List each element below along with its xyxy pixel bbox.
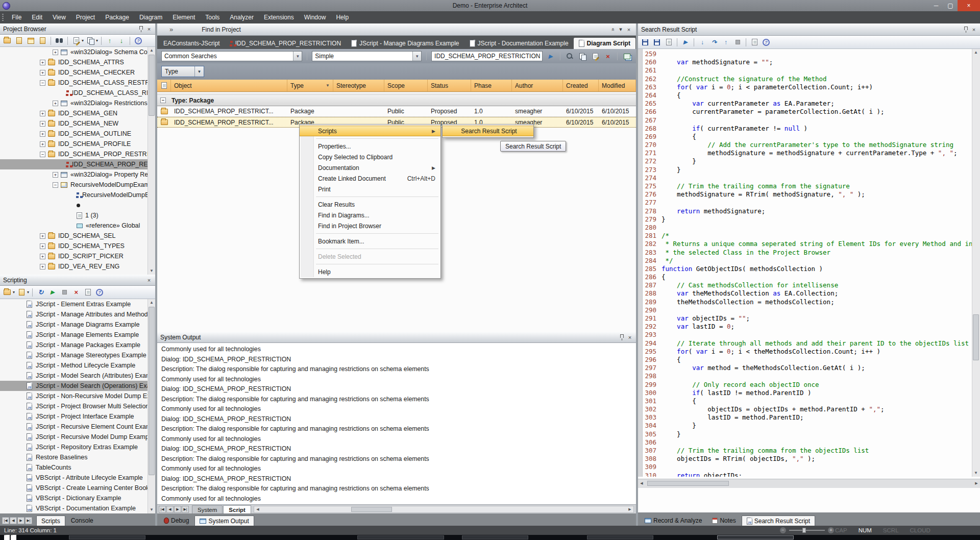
project-browser-tool-2-icon[interactable]: [26, 36, 36, 45]
taskbar-button[interactable]: [357, 535, 444, 539]
project-browser-scrollbar[interactable]: ▲ ▼: [148, 47, 155, 275]
scripting-tool-5-icon[interactable]: ↻: [36, 287, 46, 297]
editor-tool-12-icon[interactable]: ?: [761, 37, 771, 47]
menu-item-scripts[interactable]: Scripts▶: [300, 126, 440, 136]
menu-item-create-linked-document[interactable]: Create Linked DocumentCtrl+Alt+D: [300, 173, 440, 184]
script-list-item[interactable]: VBVBScript - Attribute Lifecycle Example: [0, 473, 155, 483]
column-header-stereotype[interactable]: Stereotype: [333, 80, 384, 91]
collapse-icon[interactable]: −: [53, 182, 58, 188]
project-browser-tool-1-icon[interactable]: [14, 36, 24, 45]
close-icon[interactable]: ×: [626, 334, 634, 341]
pin-icon[interactable]: [962, 26, 970, 33]
menu-edit[interactable]: Edit: [27, 11, 47, 23]
expand-icon[interactable]: +: [40, 264, 45, 269]
editor-tool-2-icon[interactable]: [664, 37, 674, 47]
chevron-down-icon[interactable]: ▼: [194, 66, 204, 77]
scripting-tool-6-icon[interactable]: ▶: [47, 287, 58, 297]
chevron-up-icon[interactable]: »: [609, 26, 616, 34]
menu-item-find-in-diagrams-[interactable]: Find in Diagrams...: [300, 210, 440, 220]
collapse-icon[interactable]: −: [40, 80, 45, 86]
expand-icon[interactable]: +: [40, 141, 45, 147]
menu-project[interactable]: Project: [71, 11, 100, 23]
tree-item[interactable]: −IDD_SCHEMA_PROP_RESTRICTION: [0, 149, 155, 159]
expand-icon[interactable]: +: [40, 233, 45, 239]
dropdown-icon[interactable]: ▾: [82, 38, 84, 43]
menu-item-clear-results[interactable]: Clear Results: [300, 199, 440, 210]
close-icon[interactable]: ×: [625, 26, 633, 33]
dropdown-icon[interactable]: ▾: [96, 38, 98, 43]
last-tab-icon[interactable]: ▶|: [182, 506, 189, 513]
system-output-hscrollbar[interactable]: ◀ ▶: [254, 506, 634, 513]
menu-item-delete-selected[interactable]: Delete Selected: [300, 251, 440, 262]
tree-item[interactable]: 1 (3): [0, 210, 155, 220]
column-header-scope[interactable]: Scope: [384, 80, 428, 91]
expand-icon[interactable]: +: [40, 121, 45, 127]
menu-item-documentation[interactable]: Documentation▶: [300, 162, 440, 173]
menu-tools[interactable]: Tools: [200, 11, 225, 23]
editor-tool-8-icon[interactable]: ↑: [721, 37, 731, 47]
dock-tab-search-result-script[interactable]: JSSearch Result Script: [742, 516, 815, 526]
script-list-item[interactable]: JSJScript - Manage Elements Example: [0, 330, 155, 340]
menu-view[interactable]: View: [47, 11, 71, 23]
script-list-item[interactable]: JSJScript - Manage Stereotypes Example: [0, 350, 155, 360]
tree-item[interactable]: +IDD_SCHEMA_TYPES: [0, 241, 155, 251]
tree-item[interactable]: RecursiveModelDumpExample: [0, 190, 155, 200]
tab-nav-icon[interactable]: ◀: [10, 517, 17, 524]
scripting-tool-9-icon[interactable]: [83, 287, 93, 297]
dock-tab-console[interactable]: Console: [66, 516, 98, 526]
scripting-tool-0-icon[interactable]: [2, 287, 12, 297]
script-list-item[interactable]: VBVBScript - Dictionary Example: [0, 493, 155, 503]
editor-tool-0-icon[interactable]: [640, 37, 650, 47]
scripting-tool-10-icon[interactable]: ?: [94, 287, 105, 297]
code-vscrollbar[interactable]: ▲ ▼: [972, 49, 980, 477]
script-list-item[interactable]: JSJScript - Manage Diagrams Example: [0, 320, 155, 330]
close-icon[interactable]: ×: [145, 277, 153, 284]
submenu-item-search-result-script[interactable]: Search Result Script: [443, 126, 533, 136]
menu-window[interactable]: Window: [299, 11, 331, 23]
editor-tool-6-icon[interactable]: ↓: [697, 37, 707, 47]
editor-tool-4-icon[interactable]: ▶: [680, 37, 691, 47]
menu-diagram[interactable]: Diagram: [134, 11, 167, 23]
column-header-phase[interactable]: Phase: [471, 80, 512, 91]
search-type-combo[interactable]: Simple▼: [312, 51, 422, 61]
project-browser-tool-0-icon[interactable]: [2, 36, 12, 45]
tree-item[interactable]: [0, 200, 155, 210]
expand-icon[interactable]: +: [53, 172, 58, 178]
tab-nav-icon[interactable]: ▶|: [25, 517, 32, 524]
project-browser-tool-15-icon[interactable]: ?: [133, 36, 143, 45]
tree-item[interactable]: +IDD_SCHEMA_SEL: [0, 231, 155, 241]
scripting-tool-7-icon[interactable]: [59, 287, 69, 297]
menu-package[interactable]: Package: [100, 11, 134, 23]
menu-item-find-in-project-browser[interactable]: Find in Project Browser: [300, 220, 440, 231]
tree-item[interactable]: «reference» Global: [0, 220, 155, 231]
scripting-tool-8-icon[interactable]: ×: [71, 287, 81, 297]
tree-item[interactable]: +IDD_SCHEMA_NEW: [0, 118, 155, 129]
project-browser-tool-7-icon[interactable]: [71, 36, 81, 45]
script-list-item[interactable]: JSJScript - Model Search (Operations) Ex…: [0, 381, 155, 391]
expand-icon[interactable]: +: [53, 101, 58, 106]
dropdown-icon[interactable]: ▾: [13, 290, 15, 294]
script-list-item[interactable]: JSJScript - Model Search (Attributes) Ex…: [0, 371, 155, 381]
dropdown-icon[interactable]: ▾: [617, 26, 625, 33]
script-list-item[interactable]: JSJScript - Recursive Model Dump Example: [0, 432, 155, 442]
search-term-input[interactable]: IDD_SCHEMA_PROP_RESTRICTION: [431, 51, 543, 61]
close-icon[interactable]: ×: [970, 26, 978, 33]
doc-tab[interactable]: IDD_SCHEMA_PROP_RESTRICTION: [225, 38, 346, 49]
taskbar-button[interactable]: [69, 535, 145, 539]
delete-search-icon[interactable]: ×: [603, 52, 612, 61]
column-header-status[interactable]: Status: [428, 80, 471, 91]
editor-tool-7-icon[interactable]: ↷: [709, 37, 719, 47]
tree-item[interactable]: +IDD_SCHEMA_OUTLINE: [0, 129, 155, 139]
script-list-item[interactable]: JSJScript - Manage Packages Example: [0, 340, 155, 350]
search-category-combo[interactable]: Common Searches▼: [161, 51, 302, 61]
chevron-down-icon[interactable]: ▼: [412, 52, 421, 61]
pin-icon[interactable]: [137, 26, 145, 33]
column-header-object[interactable]: Object: [171, 80, 287, 91]
script-list-item[interactable]: JSRestore Baselines: [0, 452, 155, 462]
expand-icon[interactable]: +: [40, 111, 45, 116]
script-list-item[interactable]: JSJScript - Project Browser Multi Select…: [0, 401, 155, 411]
script-list-item[interactable]: JSJScript - Recursive Element Count Exam…: [0, 422, 155, 432]
prev-tab-icon[interactable]: ◀: [166, 506, 174, 513]
tree-item[interactable]: IDD_SCHEMA_PROP_RESTRICTION: [0, 159, 155, 169]
scripting-tool-2-icon[interactable]: [16, 287, 27, 297]
